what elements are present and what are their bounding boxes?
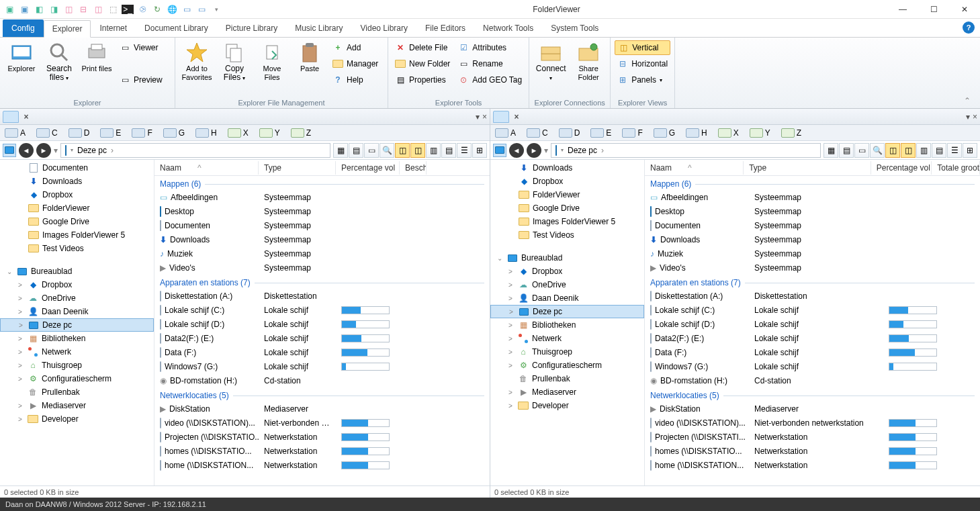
column-header[interactable]: Naam	[645, 161, 744, 175]
tab-system-tools[interactable]: System Tools	[542, 19, 607, 37]
tab-music-library[interactable]: Music Library	[286, 19, 351, 37]
tab-picture-library[interactable]: Picture Library	[217, 19, 286, 37]
tree-item[interactable]: >☁OneDrive	[0, 291, 154, 305]
nav-tree[interactable]: Documenten⬇Downloads◆DropboxFolderViewer…	[0, 160, 154, 485]
tree-item[interactable]: FolderViewer	[490, 188, 644, 201]
list-item[interactable]: ▶Video'sSysteemmap	[154, 261, 490, 275]
drive-D[interactable]: D	[66, 128, 92, 138]
view-btn-4[interactable]: 🔍	[870, 143, 885, 158]
forward-button[interactable]: ►	[36, 143, 51, 158]
tree-item[interactable]: >👤Daan Deenik	[490, 291, 644, 305]
drive-Y[interactable]: Y	[257, 128, 282, 138]
drive-H[interactable]: H	[684, 128, 709, 138]
close-tab-icon[interactable]: ×	[21, 112, 31, 122]
qat-btn-13[interactable]: ▭	[180, 3, 193, 16]
qat-btn-12[interactable]: 🌐	[165, 3, 179, 16]
qat-btn-8[interactable]: ⬚	[106, 3, 120, 16]
help-icon[interactable]: ?	[963, 21, 975, 34]
tree-item[interactable]: Test Videos	[0, 242, 154, 255]
qat-btn-2[interactable]: ▣	[17, 3, 31, 16]
panel-close-icon[interactable]: ×	[973, 112, 977, 122]
drive-X[interactable]: X	[716, 128, 741, 138]
tree-root[interactable]: ⌄Bureaublad	[0, 265, 154, 278]
paste-button[interactable]: Paste	[292, 40, 327, 75]
help-button[interactable]: ?Help	[330, 73, 384, 87]
list-item[interactable]: Lokale schijf (C:)Lokale schijf	[154, 303, 490, 317]
list-item[interactable]: ♪MuziekSysteemmap	[154, 246, 490, 261]
drive-A[interactable]: A	[3, 128, 28, 138]
drive-Z[interactable]: Z	[779, 128, 803, 138]
tree-item[interactable]: >Deze pc	[490, 305, 644, 318]
list-item[interactable]: Lokale schijf (D:)Lokale schijf	[154, 317, 490, 331]
list-item[interactable]: Diskettestation (A:)Diskettestation	[154, 289, 490, 303]
qat-btn-14[interactable]: ▭	[195, 3, 208, 16]
list-item[interactable]: ⬇DownloadsSysteemmap	[154, 232, 490, 246]
list-item[interactable]: Projecten (\\DISKSTATI...Netwerkstation	[645, 430, 980, 444]
qat-btn-11[interactable]: ↻	[150, 3, 164, 16]
list-item[interactable]: ◉BD-romstation (H:)Cd-station	[645, 373, 980, 387]
group-header[interactable]: Netwerklocaties (5)	[645, 387, 980, 402]
history-dropdown-icon[interactable]: ▾	[54, 146, 58, 155]
view-btn-3[interactable]: ▭	[364, 143, 379, 158]
view-btn-10[interactable]: ⊞	[963, 143, 977, 158]
new-folder-button[interactable]: New Folder	[392, 56, 453, 71]
drive-E[interactable]: E	[588, 128, 613, 138]
tree-item[interactable]: >◆Dropbox	[490, 265, 644, 278]
list-item[interactable]: ⬇DownloadsSysteemmap	[645, 232, 980, 246]
tree-item[interactable]: >▦Bibliotheken	[490, 318, 644, 332]
drive-F[interactable]: F	[620, 128, 644, 138]
tree-item[interactable]: Google Drive	[490, 201, 644, 215]
list-item[interactable]: Diskettestation (A:)Diskettestation	[645, 289, 980, 303]
list-item[interactable]: video (\\DISKSTATION)...Niet-verbonden n…	[154, 416, 490, 430]
location-icon[interactable]	[493, 144, 506, 157]
list-item[interactable]: ♪MuziekSysteemmap	[645, 246, 980, 261]
view-btn-1[interactable]: ▦	[333, 143, 348, 158]
explorer-button[interactable]: Explorer	[4, 40, 39, 75]
list-item[interactable]: home (\\DISKSTATION...Netwerkstation	[154, 458, 490, 472]
list-item[interactable]: ▭AfbeeldingenSysteemmap	[154, 190, 490, 204]
qat-btn-9[interactable]: >_	[121, 3, 134, 16]
view-btn-6[interactable]: ◫	[901, 143, 916, 158]
drive-Y[interactable]: Y	[748, 128, 772, 138]
tree-item[interactable]: >👤Daan Deenik	[0, 305, 154, 318]
column-header[interactable]: Totale groot	[932, 161, 980, 175]
drive-E[interactable]: E	[98, 128, 123, 138]
view-btn-7[interactable]: ▥	[426, 143, 441, 158]
drive-Z[interactable]: Z	[289, 128, 313, 138]
tree-item[interactable]: ◆Dropbox	[0, 188, 154, 201]
tree-item[interactable]: Google Drive	[0, 215, 154, 228]
tree-item[interactable]: ⬇Downloads	[490, 161, 644, 175]
drive-C[interactable]: C	[34, 128, 60, 138]
qat-btn-3[interactable]: ◧	[32, 3, 46, 16]
list-item[interactable]: Projecten (\\DISKSTATIO...Netwerkstation	[154, 430, 490, 444]
list-item[interactable]: DesktopSysteemmap	[645, 204, 980, 218]
copy-files-button[interactable]: Copy Files ▾	[217, 40, 252, 84]
tree-item[interactable]: >Netwerk	[0, 345, 154, 359]
drive-F[interactable]: F	[130, 128, 154, 138]
drive-H[interactable]: H	[193, 128, 219, 138]
list-item[interactable]: ▭AfbeeldingenSysteemmap	[645, 190, 980, 204]
group-header[interactable]: Mappen (6)	[154, 176, 490, 190]
search-files-button[interactable]: Search files ▾	[42, 40, 77, 84]
tree-item[interactable]: >⌂Thuisgroep	[0, 359, 154, 372]
view-btn-9[interactable]: ☰	[457, 143, 472, 158]
tab-document-library[interactable]: Document Library	[136, 19, 217, 37]
tree-item[interactable]: >⌂Thuisgroep	[490, 345, 644, 359]
tree-item[interactable]: >▶Mediaserver	[490, 385, 644, 399]
view-btn-10[interactable]: ⊞	[472, 143, 487, 158]
drive-X[interactable]: X	[226, 128, 251, 138]
tree-item[interactable]: >⚙Configuratiescherm	[0, 372, 154, 385]
tree-item[interactable]: Images FolderViewer 5	[490, 215, 644, 228]
view-btn-8[interactable]: ▤	[932, 143, 946, 158]
view-btn-2[interactable]: ▤	[839, 143, 854, 158]
list-item[interactable]: video (\\DISKSTATION)...Niet-verbonden n…	[645, 416, 980, 430]
tab-explorer[interactable]: Explorer	[44, 20, 91, 38]
attributes-button[interactable]: ☑Attributes	[455, 40, 525, 55]
tree-item[interactable]: >Netwerk	[490, 332, 644, 345]
qat-btn-10[interactable]: ⧁	[136, 3, 149, 16]
print-files-button[interactable]: Print files	[79, 40, 114, 75]
qat-btn-6[interactable]: ⊟	[77, 3, 90, 16]
column-header[interactable]: Percentage vol	[336, 161, 400, 175]
panel-tab[interactable]	[493, 111, 509, 123]
add-favorites-button[interactable]: Add to Favorites	[179, 40, 214, 83]
